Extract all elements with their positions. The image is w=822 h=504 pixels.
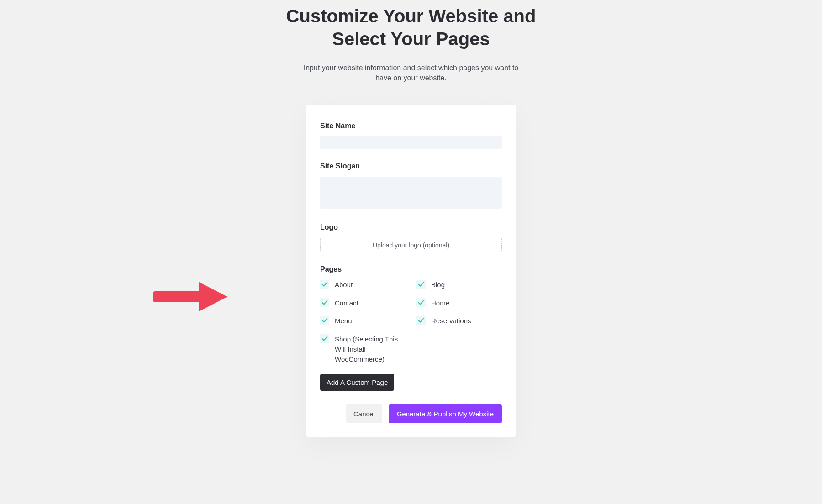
page-title: Customize Your Website and Select Your P… bbox=[283, 5, 539, 50]
action-row: Cancel Generate & Publish My Website bbox=[320, 404, 502, 423]
page-checkbox-contact: Contact bbox=[320, 298, 406, 308]
check-icon bbox=[418, 299, 424, 306]
checkbox[interactable] bbox=[320, 298, 329, 307]
checkbox[interactable] bbox=[320, 334, 329, 343]
page-checkbox-home: Home bbox=[416, 298, 502, 308]
check-icon bbox=[321, 281, 328, 288]
checkbox[interactable] bbox=[320, 316, 329, 325]
pages-grid: About Blog Contact bbox=[320, 280, 502, 364]
checkbox-label: Menu bbox=[335, 316, 352, 326]
check-icon bbox=[321, 336, 328, 342]
checkbox[interactable] bbox=[416, 316, 426, 325]
checkbox[interactable] bbox=[416, 280, 426, 289]
checkbox-label: Contact bbox=[335, 298, 358, 308]
page-checkbox-blog: Blog bbox=[416, 280, 502, 290]
check-icon bbox=[418, 317, 424, 324]
site-slogan-label: Site Slogan bbox=[320, 162, 502, 170]
add-custom-page-button[interactable]: Add A Custom Page bbox=[320, 374, 394, 391]
site-slogan-input[interactable] bbox=[320, 177, 502, 209]
page-subtitle: Input your website information and selec… bbox=[301, 63, 521, 84]
checkbox-label: Blog bbox=[431, 280, 445, 290]
check-icon bbox=[418, 281, 424, 288]
checkbox-label: Home bbox=[431, 298, 449, 308]
page-checkbox-reservations: Reservations bbox=[416, 316, 502, 326]
site-name-group: Site Name bbox=[320, 122, 502, 149]
check-icon bbox=[321, 317, 328, 324]
pages-label: Pages bbox=[320, 265, 502, 273]
form-card: Site Name Site Slogan Logo Upload your l… bbox=[306, 105, 516, 437]
site-name-input[interactable] bbox=[320, 136, 502, 149]
page-checkbox-menu: Menu bbox=[320, 316, 406, 326]
check-icon bbox=[321, 299, 328, 306]
checkbox-label: About bbox=[335, 280, 353, 290]
pages-group: Pages About Blog bbox=[320, 265, 502, 391]
logo-upload-button[interactable]: Upload your logo (optional) bbox=[320, 238, 502, 252]
site-slogan-group: Site Slogan bbox=[320, 162, 502, 210]
checkbox-label: Reservations bbox=[431, 316, 471, 326]
checkbox[interactable] bbox=[416, 298, 426, 307]
logo-group: Logo Upload your logo (optional) bbox=[320, 223, 502, 252]
checkbox[interactable] bbox=[320, 280, 329, 289]
generate-publish-button[interactable]: Generate & Publish My Website bbox=[389, 404, 502, 423]
site-name-label: Site Name bbox=[320, 122, 502, 130]
checkbox-label: Shop (Selecting This Will Install WooCom… bbox=[335, 334, 406, 364]
page-checkbox-about: About bbox=[320, 280, 406, 290]
page-checkbox-shop: Shop (Selecting This Will Install WooCom… bbox=[320, 334, 406, 364]
cancel-button[interactable]: Cancel bbox=[346, 404, 382, 423]
logo-label: Logo bbox=[320, 223, 502, 231]
